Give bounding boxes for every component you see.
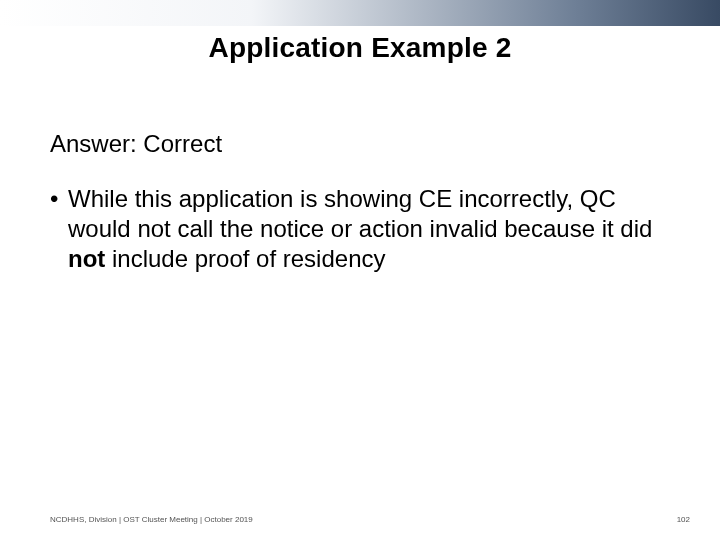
slide-title: Application Example 2 [0, 32, 720, 64]
bullet-item: • While this application is showing CE i… [50, 184, 670, 274]
answer-line: Answer: Correct [50, 130, 670, 158]
bullet-text-pre: While this application is showing CE inc… [68, 185, 652, 242]
bullet-text-bold: not [68, 245, 105, 272]
page-number: 102 [677, 515, 690, 524]
bullet-text: While this application is showing CE inc… [68, 184, 670, 274]
bullet-text-post: include proof of residency [105, 245, 385, 272]
slide: Application Example 2 Answer: Correct • … [0, 0, 720, 540]
bullet-dot-icon: • [50, 184, 68, 274]
slide-body: Answer: Correct • While this application… [50, 130, 670, 274]
top-gradient-bar [0, 0, 720, 26]
footer-left: NCDHHS, Division | OST Cluster Meeting |… [50, 515, 253, 524]
